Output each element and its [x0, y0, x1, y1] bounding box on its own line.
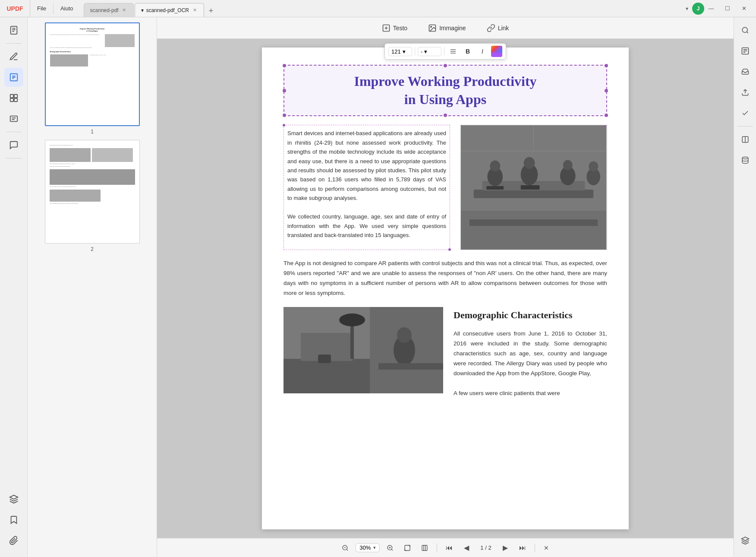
titlebar: UPDF File Aiuto scanned-pdf ✕ ▾ scanned-… [0, 0, 756, 17]
svg-rect-9 [14, 95, 17, 98]
fit-page-button[interactable] [400, 541, 414, 555]
article-title: Improve Working Productivityin Using App… [293, 73, 598, 108]
sidebar-layers-icon[interactable] [4, 490, 23, 509]
right-export-icon[interactable] [736, 83, 755, 102]
bold-button[interactable]: B [462, 45, 474, 57]
sidebar-annotate-icon[interactable] [4, 47, 23, 66]
tab-scanned-pdf-ocr[interactable]: ▾ scanned-pdf_OCR ✕ [135, 3, 204, 17]
total-pages: 2 [488, 544, 491, 551]
tab-add-button[interactable]: + [205, 5, 217, 17]
handle-mb [444, 114, 447, 117]
next-page-button[interactable]: ▶ [498, 541, 512, 555]
tab-close-ocr[interactable]: ✕ [192, 7, 198, 13]
zoom-display: 30% ▾ [356, 543, 380, 552]
sidebar-bookmark-icon[interactable] [4, 510, 23, 529]
svg-rect-59 [422, 545, 427, 551]
logo-text: UPDF [6, 5, 23, 12]
sidebar-form-icon[interactable] [4, 109, 23, 128]
svg-rect-8 [10, 95, 13, 98]
handle-mt [444, 64, 447, 67]
svg-line-52 [346, 549, 348, 551]
svg-line-63 [747, 32, 748, 33]
thumb-text-2: The App is not designed to compare AR pa… [50, 47, 135, 48]
align-button[interactable] [447, 45, 459, 57]
main-layout: Improve Working Productivityin Using App… [0, 17, 756, 557]
fit-width-button[interactable] [418, 541, 432, 555]
sidebar-bottom [4, 490, 23, 554]
top-toolbar: Testo Immagine Link [157, 17, 734, 39]
sidebar-attachment-icon[interactable] [4, 531, 23, 550]
thumb-p2-text3: Whilst other sources of information abou… [50, 166, 135, 167]
page-indicator: 1 / 2 [477, 544, 495, 551]
page-number-2: 2 [91, 246, 94, 252]
close-button[interactable]: ✕ [737, 3, 751, 15]
right-ocr-icon[interactable] [736, 41, 755, 60]
svg-rect-32 [486, 186, 504, 190]
sidebar-comment-icon[interactable] [4, 136, 23, 155]
right-database-icon[interactable] [736, 151, 755, 170]
right-check-icon[interactable] [736, 104, 755, 123]
zoom-out-button[interactable] [338, 541, 352, 555]
menu-aiuto[interactable]: Aiuto [54, 0, 80, 17]
thumbnail-page-2[interactable]: Smart devices and internet-based applica… [31, 140, 153, 252]
font-style-chevron: ▾ [424, 48, 427, 55]
sidebar-document-icon[interactable] [4, 21, 23, 40]
menu-file[interactable]: File [30, 0, 53, 17]
first-page-button[interactable]: ⏮ [442, 541, 456, 555]
color-button[interactable] [491, 46, 502, 57]
svg-point-31 [563, 160, 573, 171]
svg-rect-24 [474, 190, 594, 198]
font-size-select[interactable]: 121 ▾ [388, 47, 412, 56]
thumb-p2-text4: The Allergy Diary was used by people who… [50, 186, 135, 187]
sidebar-edit-icon[interactable] [4, 68, 23, 87]
italic-button[interactable]: I [476, 45, 488, 57]
page-number-1: 1 [91, 129, 94, 135]
bottom-close-button[interactable]: ✕ [540, 542, 552, 554]
link-button[interactable]: Link [482, 21, 514, 35]
thumb-text-3: All consecutive users from June 1, 2016.… [89, 54, 135, 56]
zoom-in-button[interactable] [383, 541, 397, 555]
maximize-button[interactable]: ☐ [721, 3, 734, 15]
immagine-label: Immagine [439, 25, 466, 32]
link-label: Link [498, 25, 509, 32]
user-avatar[interactable]: J [692, 3, 704, 15]
svg-rect-42 [284, 359, 370, 393]
tab-close-scanned-pdf[interactable]: ✕ [121, 7, 127, 13]
title-textbox[interactable]: Improve Working Productivityin Using App… [284, 65, 607, 116]
tab-scanned-pdf[interactable]: scanned-pdf ✕ [84, 3, 134, 17]
left-sidebar [0, 17, 28, 557]
zoom-value: 30% [359, 544, 371, 551]
thumbnail-page-1[interactable]: Improve Working Productivityin Using App… [31, 22, 153, 135]
font-style-select[interactable]: - ▾ [418, 47, 441, 56]
handle-ml [283, 89, 286, 92]
thumb-text-1: Smart devices and internet-based applica… [50, 34, 104, 35]
font-size-chevron: ▾ [403, 48, 406, 55]
svg-rect-12 [10, 116, 17, 122]
right-split-icon[interactable] [736, 130, 755, 149]
svg-point-27 [490, 161, 500, 172]
demographic-heading: Demographic Characteristics [454, 307, 607, 323]
svg-rect-50 [378, 363, 443, 370]
svg-rect-39 [469, 220, 598, 226]
right-search-icon[interactable] [736, 21, 755, 40]
demographic-photo-svg [284, 307, 443, 393]
svg-rect-38 [461, 211, 606, 250]
sidebar-divider-2 [6, 132, 22, 132]
thumb-title: Improve Working Productivityin Using App… [50, 28, 135, 32]
paragraph-1-box[interactable]: Smart devices and internet-based applica… [284, 125, 450, 250]
col-handle-br [448, 248, 451, 251]
pdf-scroll[interactable]: Improve Working Productivityin Using App… [157, 39, 734, 538]
sidebar-organize-icon[interactable] [4, 89, 23, 108]
minimize-button[interactable]: — [704, 3, 718, 15]
testo-button[interactable]: Testo [377, 21, 413, 35]
right-save-icon[interactable] [736, 62, 755, 81]
handle-bl [283, 114, 286, 117]
tabs-dropdown-chevron[interactable]: ▾ [682, 3, 692, 14]
svg-rect-58 [405, 545, 410, 551]
prev-page-button[interactable]: ◀ [460, 541, 473, 555]
last-page-button[interactable]: ⏭ [516, 541, 529, 555]
col-handle-tl [283, 124, 285, 127]
immagine-button[interactable]: Immagine [423, 21, 471, 35]
zoom-chevron[interactable]: ▾ [373, 545, 376, 551]
right-apps-icon[interactable] [736, 531, 755, 550]
